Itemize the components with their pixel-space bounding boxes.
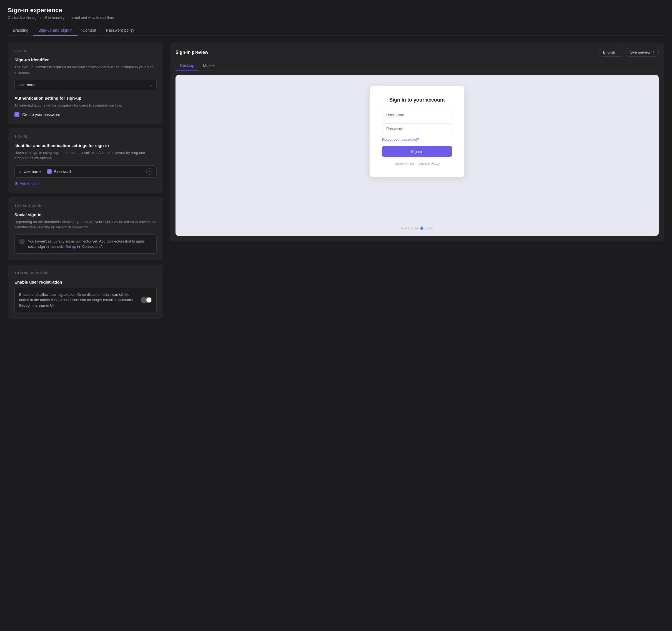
setup-link[interactable]: Set up xyxy=(66,245,76,249)
password-checkbox[interactable]: ✓ xyxy=(47,169,52,174)
social-info-box: i You haven't set up any social connecto… xyxy=(15,234,157,254)
username-label: Username xyxy=(24,169,42,174)
preview-area: Sign in to your account Forgot your pass… xyxy=(175,75,659,236)
add-another-button[interactable]: ⊕ Add Another xyxy=(15,181,40,186)
create-password-label: Create your password xyxy=(22,112,60,117)
signup-section-label: SIGN UP xyxy=(15,49,157,52)
password-item: ✓ Password xyxy=(47,169,71,174)
preview-panel: Sign-in preview English ⌄ Live preview ↗… xyxy=(170,43,664,242)
preview-title: Sign-in preview xyxy=(175,50,208,55)
preview-header: Sign-in preview English ⌄ Live preview ↗ xyxy=(175,48,659,57)
minus-icon: − xyxy=(148,169,150,174)
advanced-section-label: ADVANCED OPTIONS xyxy=(15,271,157,275)
drag-handle-icon[interactable]: ⠿ xyxy=(19,169,21,174)
language-value: English xyxy=(603,50,615,54)
signup-identifier-desc: The sign-up identifier is required for a… xyxy=(15,65,157,75)
auth-setting-desc: All selected actions will be obligatory … xyxy=(15,103,157,108)
social-title: Social sign-in xyxy=(15,212,157,217)
create-password-row: ✓ Create your password xyxy=(15,112,157,117)
tab-password-policy[interactable]: Password policy xyxy=(101,25,139,36)
social-section-label: SOCIAL SIGN-IN xyxy=(15,204,157,207)
tab-branding[interactable]: Branding xyxy=(8,25,33,36)
signin-preview-button[interactable]: Sign in xyxy=(382,146,452,157)
page-subtitle: Customize the sign in UI to match your b… xyxy=(8,16,664,20)
tab-signup-signin[interactable]: Sign-up and Sign-in xyxy=(33,25,77,36)
checkmark-icon: ✓ xyxy=(48,170,51,173)
identifier-dropdown[interactable]: Username ⌄ xyxy=(15,80,157,90)
terms-link[interactable]: Terms of Use xyxy=(394,162,414,166)
social-desc: Depending on the mandatory identifier yo… xyxy=(15,219,157,230)
preview-password-input[interactable] xyxy=(382,124,452,134)
add-another-label: Add Another xyxy=(20,181,40,186)
tab-content[interactable]: Content xyxy=(77,25,101,36)
remove-button[interactable]: − xyxy=(146,169,152,175)
chevron-down-icon: ⌄ xyxy=(617,51,620,54)
live-preview-label: Live preview xyxy=(630,50,650,54)
signup-card: SIGN UP Sign-up identifier The sign-up i… xyxy=(8,43,163,124)
powered-by: Powered by 🔷 Logto xyxy=(401,226,433,230)
preview-username-input[interactable] xyxy=(382,109,452,120)
chevron-down-icon: ⌄ xyxy=(150,83,152,87)
social-signin-card: SOCIAL SIGN-IN Social sign-in Depending … xyxy=(8,197,163,260)
identifier-dropdown-value: Username xyxy=(19,83,37,87)
create-password-checkbox[interactable]: ✓ xyxy=(15,112,20,117)
registration-toggle[interactable] xyxy=(141,297,152,303)
registration-toggle-row: Enable or disallow user registration. On… xyxy=(15,288,157,312)
signup-identifier-title: Sign-up identifier xyxy=(15,57,157,62)
external-link-icon: ↗ xyxy=(652,51,654,54)
preview-tabs: Desktop Mobile xyxy=(175,61,659,71)
signin-preview-card: Sign in to your account Forgot your pass… xyxy=(370,86,464,177)
toggle-desc: Enable or disallow user registration. On… xyxy=(19,292,136,308)
page-title: Sign-in experience xyxy=(8,7,664,14)
live-preview-button[interactable]: Live preview ↗ xyxy=(626,48,659,57)
auth-setting-title: Authentication setting for sign-up xyxy=(15,96,157,100)
signin-section-label: SIGN IN xyxy=(15,135,157,138)
settings-panel: SIGN UP Sign-up identifier The sign-up i… xyxy=(8,43,163,319)
signin-card: SIGN IN Identifier and authentication se… xyxy=(8,128,163,193)
social-info-text: You haven't set up any social connector … xyxy=(28,238,152,249)
toggle-knob xyxy=(146,298,151,302)
username-item: ⠿ Username xyxy=(19,169,42,174)
language-dropdown[interactable]: English ⌄ xyxy=(600,48,623,57)
signin-identifier-row: ⠿ Username ✓ Password − xyxy=(15,166,157,178)
advanced-title: Enable user registration xyxy=(15,280,157,284)
plus-circle-icon: ⊕ xyxy=(15,181,18,186)
signin-desc: Users can sign in using any of the optio… xyxy=(15,150,157,161)
password-label: Password xyxy=(54,169,71,174)
signin-preview-title: Sign in to your account xyxy=(382,97,452,103)
tab-desktop[interactable]: Desktop xyxy=(175,61,198,71)
main-tabs: Branding Sign-up and Sign-in Content Pas… xyxy=(8,25,664,36)
forgot-password-link[interactable]: Forgot your password? xyxy=(382,137,452,142)
checkmark-icon: ✓ xyxy=(16,113,18,116)
advanced-card: ADVANCED OPTIONS Enable user registratio… xyxy=(8,265,163,319)
preview-controls: English ⌄ Live preview ↗ xyxy=(600,48,659,57)
info-icon: i xyxy=(19,239,25,245)
footer-links: Terms of Use Privacy Policy xyxy=(382,162,452,166)
signin-title: Identifier and authentication settings f… xyxy=(15,143,157,148)
privacy-link[interactable]: Privacy Policy xyxy=(419,162,439,166)
tab-mobile[interactable]: Mobile xyxy=(198,61,219,71)
